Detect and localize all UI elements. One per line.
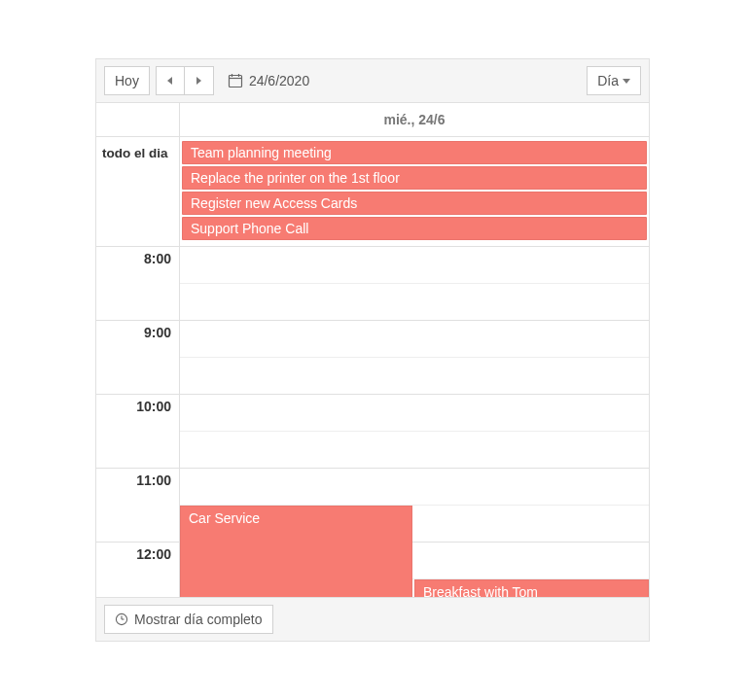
hour-cell[interactable] [180, 247, 649, 321]
all-day-event[interactable]: Team planning meeting [182, 141, 647, 164]
hour-label: 8:00 [96, 247, 180, 321]
date-display[interactable]: 24/6/2020 [228, 73, 309, 88]
hour-label: 11:00 [96, 469, 180, 542]
hour-label: 9:00 [96, 321, 180, 395]
clock-icon [115, 612, 128, 626]
all-day-event[interactable]: Replace the printer on the 1st floor [182, 166, 647, 190]
date-text: 24/6/2020 [249, 73, 309, 88]
view-selector[interactable]: Día [587, 66, 641, 95]
day-header-row: mié., 24/6 [96, 103, 649, 137]
chevron-left-icon [167, 77, 172, 85]
svg-rect-0 [229, 76, 241, 88]
today-button[interactable]: Hoy [104, 66, 150, 95]
view-label: Día [597, 73, 619, 88]
all-day-row: todo el dia Team planning meetingReplace… [96, 137, 649, 247]
all-day-event[interactable]: Register new Access Cards [182, 192, 647, 215]
hour-label: 10:00 [96, 395, 180, 469]
show-full-day-button[interactable]: Mostrar día completo [104, 605, 273, 634]
all-day-events: Team planning meetingReplace the printer… [180, 137, 649, 246]
chevron-right-icon [196, 77, 201, 85]
time-grid[interactable]: 8:009:0010:0011:0012:00 Car ServiceBreak… [96, 247, 649, 597]
hour-row: 8:00 [96, 247, 649, 321]
all-day-label: todo el dia [96, 137, 180, 246]
calendar-icon [228, 73, 243, 88]
timed-event[interactable]: Breakfast with Tom [414, 579, 649, 597]
day-header: mié., 24/6 [180, 103, 649, 136]
next-button[interactable] [185, 66, 214, 95]
hour-row: 9:00 [96, 321, 649, 395]
chevron-down-icon [623, 79, 630, 84]
hour-cell[interactable] [180, 321, 649, 395]
all-day-event[interactable]: Support Phone Call [182, 217, 647, 240]
prev-button[interactable] [156, 66, 185, 95]
hour-label: 12:00 [96, 542, 180, 597]
hour-row: 10:00 [96, 395, 649, 469]
hour-cell[interactable] [180, 395, 649, 469]
calendar: Hoy 24/6/2020 Día mié., 24/6 [95, 58, 650, 642]
nav-buttons [156, 66, 214, 95]
show-full-day-label: Mostrar día completo [134, 612, 263, 627]
toolbar: Hoy 24/6/2020 Día [96, 59, 649, 103]
timed-event[interactable]: Car Service [180, 506, 412, 597]
footer: Mostrar día completo [96, 597, 649, 641]
